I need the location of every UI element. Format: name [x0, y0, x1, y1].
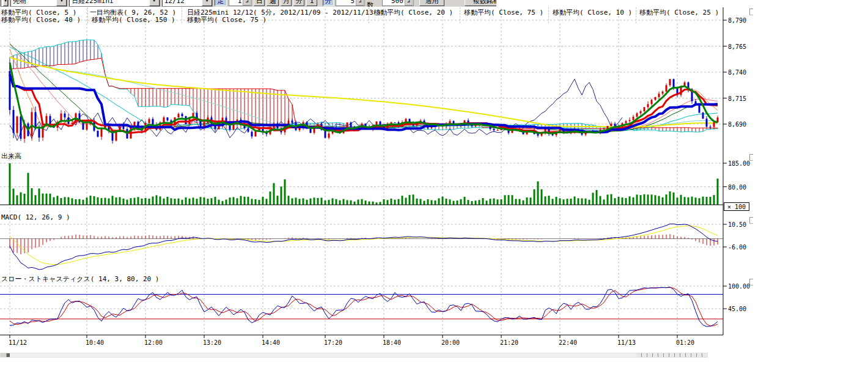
panel-handle-icon[interactable] — [749, 217, 753, 224]
axis-label: 11/12 — [9, 339, 27, 346]
legend-separator — [182, 7, 183, 23]
legend-item: 移動平均( Close, 150 ) — [92, 15, 175, 24]
axis-label: 8,715 — [728, 95, 746, 102]
legend-item: 移動平均( Close, 40 ) — [1, 15, 81, 24]
price-panel — [9, 40, 719, 144]
volume-panel-label: 出来高 — [1, 152, 21, 161]
axis-label: 100.00 — [728, 283, 750, 290]
axis-label: 45.00 — [728, 306, 746, 312]
legend-separator — [548, 7, 550, 23]
axis-label: 8,790 — [728, 17, 746, 24]
legend-item: 移動平均( Close, 10 ) — [553, 8, 632, 17]
panel-handle-icon[interactable] — [749, 9, 753, 15]
axis-label: 18:40 — [383, 339, 401, 346]
axis-label: 8,765 — [728, 43, 746, 50]
scrollbar-thumb[interactable] — [7, 353, 10, 357]
scrollbar-segment-track[interactable] — [636, 353, 707, 357]
legend-item: 移動平均( Close, 75 ) — [464, 8, 543, 17]
macd-panel — [0, 224, 723, 270]
chart-window: ▼ 先物 ▼ 日経225mini ▼ 12/12 ▼ 足 1 ◢ 日 週 月 分… — [0, 0, 868, 368]
axis-label: 80.00 — [728, 184, 746, 191]
axis-label: 8,740 — [728, 69, 746, 76]
legend-item: 移動平均( Close, 20 ) — [373, 8, 453, 17]
gridlines — [0, 9, 723, 335]
axis-label: 01:20 — [676, 339, 694, 346]
panel-handle-icon[interactable] — [749, 154, 753, 161]
legend-item: 移動平均( Close, 75 ) — [187, 15, 267, 24]
legend-separator — [636, 7, 637, 23]
axis-label: 10:40 — [86, 339, 104, 346]
macd-panel-label: MACD( 12, 26, 9 ) — [1, 213, 70, 221]
axis-label: -6.00 — [728, 244, 746, 251]
axis-label: 8,690 — [728, 121, 746, 128]
stoch-panel-label: スロー・ストキャスティクス( 14, 3, 80, 20 ) — [1, 274, 159, 284]
axes: 8,7908,7658,7408,7158,690185.0080.0010.5… — [0, 7, 750, 346]
axis-label: 185.00 — [728, 160, 750, 167]
legend-separator — [87, 7, 89, 23]
axis-label: 21:20 — [500, 339, 518, 346]
horizontal-scrollbar[interactable] — [0, 353, 708, 358]
axis-label: 10.50 — [728, 221, 746, 228]
axis-label: 20:00 — [441, 339, 460, 346]
legend-item: 移動平均( Close, 25 ) — [639, 8, 719, 17]
stochastics-panel — [0, 287, 723, 327]
axis-label: 17:20 — [324, 339, 342, 346]
chart-plot-area[interactable]: 8,7908,7658,7408,7158,690185.0080.0010.5… — [0, 0, 868, 368]
panel-handle-icon[interactable] — [749, 279, 753, 285]
legend-separator — [460, 7, 461, 23]
axis-label: 14:40 — [262, 339, 280, 346]
scrollbar-left-arrow[interactable] — [1, 353, 7, 357]
axis-label: 11/13 — [617, 339, 636, 346]
volume-panel — [0, 163, 723, 205]
volume-multiplier-box: × 100 — [724, 202, 749, 211]
axis-label: 22:40 — [559, 339, 577, 346]
axis-label: 13:20 — [203, 339, 221, 346]
legend-separator — [369, 7, 370, 23]
axis-label: 12:00 — [144, 339, 163, 346]
